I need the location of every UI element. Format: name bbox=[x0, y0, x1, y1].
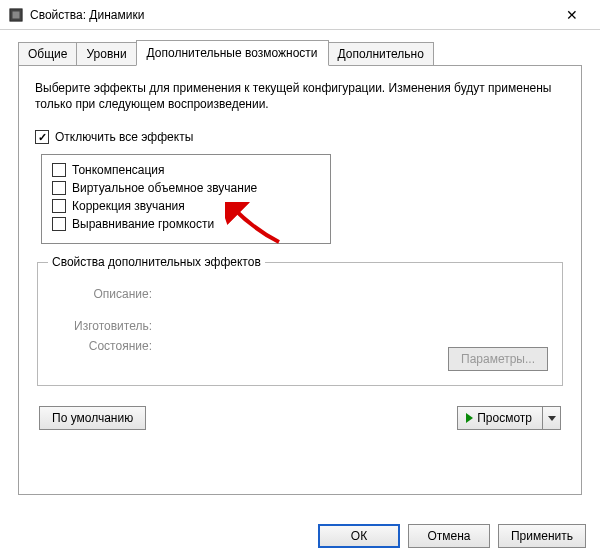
chevron-down-icon bbox=[548, 416, 556, 421]
effect-row-virtual-surround[interactable]: Виртуальное объемное звучание bbox=[52, 181, 320, 195]
effect-checkbox[interactable] bbox=[52, 163, 66, 177]
preview-split-button: Просмотр bbox=[457, 406, 561, 430]
prop-vendor-label: Изготовитель: bbox=[52, 319, 152, 333]
panel-bottom-row: По умолчанию Просмотр bbox=[35, 406, 565, 430]
effect-properties-legend: Свойства дополнительных эффектов bbox=[48, 255, 265, 269]
effect-label: Виртуальное объемное звучание bbox=[72, 181, 257, 195]
effect-checkbox[interactable] bbox=[52, 217, 66, 231]
effect-row-loudness-eq[interactable]: Выравнивание громкости bbox=[52, 217, 320, 231]
play-icon bbox=[466, 413, 473, 423]
tab-bar: Общие Уровни Дополнительные возможности … bbox=[18, 40, 582, 66]
effects-list: Тонкомпенсация Виртуальное объемное звуч… bbox=[41, 154, 331, 244]
svg-rect-1 bbox=[13, 11, 20, 18]
disable-all-effects-row[interactable]: Отключить все эффекты bbox=[35, 130, 565, 144]
apply-button[interactable]: Применить bbox=[498, 524, 586, 548]
effect-checkbox[interactable] bbox=[52, 181, 66, 195]
effect-label: Выравнивание громкости bbox=[72, 217, 214, 231]
tab-panel-enhancements: Выберите эффекты для применения к текуще… bbox=[18, 65, 582, 495]
prop-state-label: Состояние: bbox=[52, 339, 152, 353]
window-title: Свойства: Динамики bbox=[30, 8, 552, 22]
effect-properties-group: Свойства дополнительных эффектов Описани… bbox=[37, 262, 563, 386]
cancel-button[interactable]: Отмена bbox=[408, 524, 490, 548]
disable-all-effects-checkbox[interactable] bbox=[35, 130, 49, 144]
close-button[interactable]: ✕ bbox=[552, 1, 592, 29]
dialog-footer: ОК Отмена Применить bbox=[318, 524, 586, 548]
titlebar: Свойства: Динамики ✕ bbox=[0, 0, 600, 30]
tab-enhancements[interactable]: Дополнительные возможности bbox=[136, 40, 329, 66]
parameters-button[interactable]: Параметры... bbox=[448, 347, 548, 371]
content-area: Общие Уровни Дополнительные возможности … bbox=[0, 30, 600, 495]
preview-button[interactable]: Просмотр bbox=[457, 406, 543, 430]
disable-all-effects-label: Отключить все эффекты bbox=[55, 130, 193, 144]
preview-dropdown-button[interactable] bbox=[543, 406, 561, 430]
prop-description-label: Описание: bbox=[52, 287, 152, 301]
effect-label: Коррекция звучания bbox=[72, 199, 185, 213]
defaults-button[interactable]: По умолчанию bbox=[39, 406, 146, 430]
prop-vendor-row: Изготовитель: bbox=[52, 319, 548, 333]
effect-label: Тонкомпенсация bbox=[72, 163, 165, 177]
prop-description-row: Описание: bbox=[52, 287, 548, 301]
ok-button[interactable]: ОК bbox=[318, 524, 400, 548]
effect-row-room-correction[interactable]: Коррекция звучания bbox=[52, 199, 320, 213]
effect-checkbox[interactable] bbox=[52, 199, 66, 213]
dialog-window: Свойства: Динамики ✕ Общие Уровни Дополн… bbox=[0, 0, 600, 558]
preview-label: Просмотр bbox=[477, 411, 532, 425]
panel-description: Выберите эффекты для применения к текуще… bbox=[35, 80, 565, 112]
effect-row-loudness[interactable]: Тонкомпенсация bbox=[52, 163, 320, 177]
speaker-icon bbox=[8, 7, 24, 23]
